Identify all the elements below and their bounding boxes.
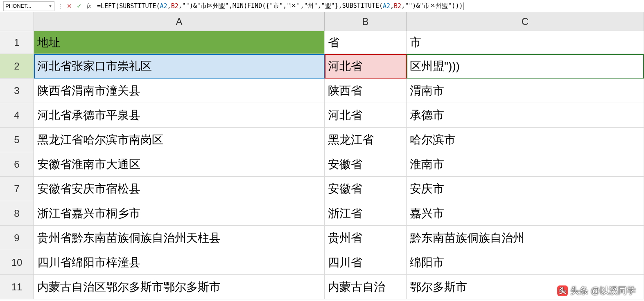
cell-C1[interactable]: 市 bbox=[407, 31, 644, 54]
row-header-9[interactable]: 9 bbox=[0, 226, 34, 250]
formula-bar: PHONET... ▼ ⋮ ✕ ✓ fx =LEFT(SUBSTITUTE(A2… bbox=[0, 0, 644, 12]
select-all-corner[interactable] bbox=[0, 12, 34, 31]
cell-A11[interactable]: 内蒙古自治区鄂尔多斯市鄂尔多斯市 bbox=[34, 275, 325, 299]
row-header-8[interactable]: 8 bbox=[0, 201, 34, 226]
formula-input[interactable]: =LEFT(SUBSTITUTE(A2,B2,"")&"市区州盟",MIN(FI… bbox=[94, 1, 644, 11]
cells-area: 地址省市河北省张家口市崇礼区河北省区州盟")))陕西省渭南市潼关县陕西省渭南市河… bbox=[34, 31, 644, 299]
cell-C10[interactable]: 绵阳市 bbox=[407, 250, 644, 275]
cell-C7[interactable]: 安庆市 bbox=[407, 177, 644, 201]
row-header-2[interactable]: 2 bbox=[0, 54, 34, 79]
cell-B6[interactable]: 安徽省 bbox=[325, 152, 407, 177]
cell-A10[interactable]: 四川省绵阳市梓潼县 bbox=[34, 250, 325, 275]
cell-A8[interactable]: 浙江省嘉兴市桐乡市 bbox=[34, 201, 325, 226]
cell-C4[interactable]: 承德市 bbox=[407, 103, 644, 128]
cell-B3[interactable]: 陕西省 bbox=[325, 79, 407, 103]
row-header-4[interactable]: 4 bbox=[0, 103, 34, 128]
cell-C2[interactable]: 区州盟"))) bbox=[407, 54, 644, 79]
cell-B8[interactable]: 浙江省 bbox=[325, 201, 407, 226]
cell-C5[interactable]: 哈尔滨市 bbox=[407, 128, 644, 152]
chevron-down-icon[interactable]: ▼ bbox=[48, 4, 52, 8]
cell-B7[interactable]: 安徽省 bbox=[325, 177, 407, 201]
column-header-A[interactable]: A bbox=[34, 12, 325, 31]
cell-A9[interactable]: 贵州省黔东南苗族侗族自治州天柱县 bbox=[34, 226, 325, 250]
cell-C8[interactable]: 嘉兴市 bbox=[407, 201, 644, 226]
name-box[interactable]: PHONET... ▼ bbox=[3, 1, 54, 11]
cell-B9[interactable]: 贵州省 bbox=[325, 226, 407, 250]
cell-B5[interactable]: 黑龙江省 bbox=[325, 128, 407, 152]
row-headers: 1234567891011 bbox=[0, 31, 34, 299]
fx-icon[interactable]: fx bbox=[84, 1, 94, 11]
cell-B11[interactable]: 内蒙古自治 bbox=[325, 275, 407, 299]
cell-B2[interactable]: 河北省 bbox=[325, 54, 407, 79]
cell-C9[interactable]: 黔东南苗族侗族自治州 bbox=[407, 226, 644, 250]
cell-C6[interactable]: 淮南市 bbox=[407, 152, 644, 177]
cell-B1[interactable]: 省 bbox=[325, 31, 407, 54]
row-header-7[interactable]: 7 bbox=[0, 177, 34, 201]
row-header-11[interactable]: 11 bbox=[0, 275, 34, 299]
cell-C11[interactable]: 鄂尔多斯市 bbox=[407, 275, 644, 299]
cell-C3[interactable]: 渭南市 bbox=[407, 79, 644, 103]
separator: ⋮ bbox=[56, 3, 64, 9]
cell-A7[interactable]: 安徽省安庆市宿松县 bbox=[34, 177, 325, 201]
column-header-C[interactable]: C bbox=[407, 12, 644, 31]
cell-A2[interactable]: 河北省张家口市崇礼区 bbox=[34, 54, 325, 79]
cell-B10[interactable]: 四川省 bbox=[325, 250, 407, 275]
confirm-icon[interactable]: ✓ bbox=[74, 1, 84, 11]
cell-A1[interactable]: 地址 bbox=[34, 31, 325, 54]
cell-A4[interactable]: 河北省承德市平泉县 bbox=[34, 103, 325, 128]
row-header-10[interactable]: 10 bbox=[0, 250, 34, 275]
row-header-6[interactable]: 6 bbox=[0, 152, 34, 177]
row-header-3[interactable]: 3 bbox=[0, 79, 34, 103]
column-headers: ABC bbox=[34, 12, 644, 31]
row-header-5[interactable]: 5 bbox=[0, 128, 34, 152]
cell-A5[interactable]: 黑龙江省哈尔滨市南岗区 bbox=[34, 128, 325, 152]
cell-B4[interactable]: 河北省 bbox=[325, 103, 407, 128]
cell-A3[interactable]: 陕西省渭南市潼关县 bbox=[34, 79, 325, 103]
row-header-1[interactable]: 1 bbox=[0, 31, 34, 54]
cell-A6[interactable]: 安徽省淮南市大通区 bbox=[34, 152, 325, 177]
column-header-B[interactable]: B bbox=[325, 12, 407, 31]
name-box-text: PHONET... bbox=[5, 3, 32, 9]
cancel-icon[interactable]: ✕ bbox=[64, 1, 74, 11]
